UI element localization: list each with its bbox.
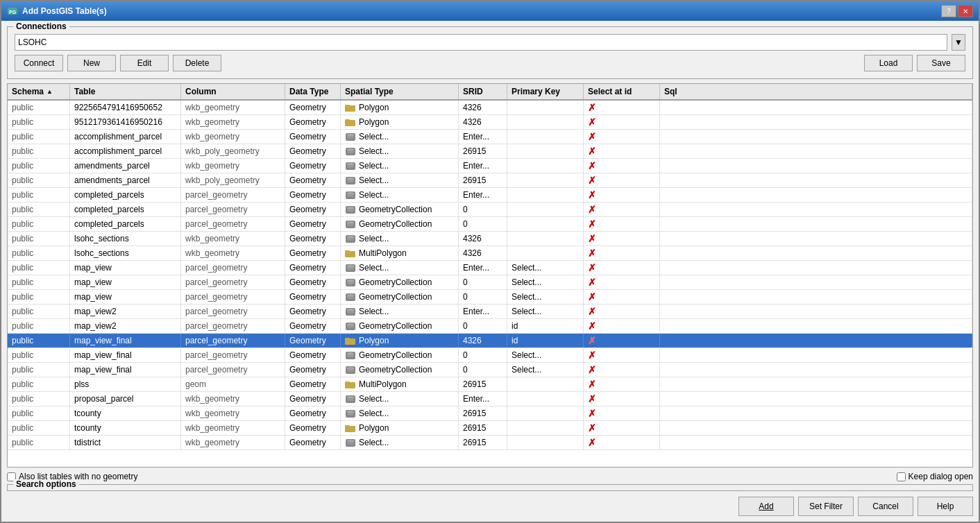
cell-spatial: GeometryCollection	[341, 217, 459, 231]
cell-table: map_view_final	[70, 363, 181, 377]
table-row[interactable]: public map_view parcel_geometry Geometry…	[8, 275, 972, 290]
header-srid[interactable]: SRID	[459, 84, 507, 99]
cell-selectid: ✗	[584, 305, 660, 318]
cell-datatype: Geometry	[285, 319, 341, 333]
table-row[interactable]: public proposal_parcel wkb_geometry Geom…	[8, 392, 972, 406]
x-mark-icon: ✗	[588, 335, 596, 346]
load-button[interactable]: Load	[864, 55, 913, 71]
add-button[interactable]: Add	[738, 497, 794, 516]
header-sql[interactable]: Sql	[660, 84, 972, 99]
delete-button[interactable]: Delete	[173, 55, 221, 71]
cell-sql	[660, 436, 972, 449]
cell-schema: public	[8, 101, 70, 114]
table-row[interactable]: public completed_parcels parcel_geometry…	[8, 188, 972, 203]
table-row[interactable]: public accomplishment_parcel wkb_poly_ge…	[8, 144, 972, 159]
new-button[interactable]: New	[67, 55, 116, 71]
header-selectid[interactable]: Select at id	[584, 84, 660, 99]
cell-spatial: Select...	[341, 436, 459, 449]
header-pk[interactable]: Primary Key	[507, 84, 584, 99]
table-row[interactable]: public map_view2 parcel_geometry Geometr…	[8, 305, 972, 319]
cell-spatial: Select...	[341, 173, 459, 187]
cell-srid: 4326	[459, 246, 507, 260]
help-button[interactable]: Help	[918, 497, 973, 516]
cell-table: map_view	[70, 290, 181, 304]
cell-selectid: ✗	[584, 130, 660, 144]
cell-srid: 4326	[459, 101, 507, 114]
table-row[interactable]: public accomplishment_parcel wkb_geometr…	[8, 130, 972, 144]
cell-table: 9225654791416950652	[70, 101, 181, 114]
table-row[interactable]: public map_view parcel_geometry Geometry…	[8, 290, 972, 305]
cell-selectid: ✗	[584, 436, 660, 449]
cell-table: tcounty	[70, 406, 181, 420]
header-column[interactable]: Column	[181, 84, 285, 99]
postgis-icon: PG	[7, 6, 18, 17]
cell-schema: public	[8, 290, 70, 304]
table-row[interactable]: public map_view parcel_geometry Geometry…	[8, 261, 972, 275]
cell-schema: public	[8, 232, 70, 246]
connection-select[interactable]: LSOHC	[15, 34, 947, 51]
set-filter-button[interactable]: Set Filter	[798, 497, 854, 516]
x-mark-icon: ✗	[588, 218, 596, 230]
cell-column: wkb_geometry	[181, 436, 285, 449]
title-bar: PG Add PostGIS Table(s) ? ✕	[1, 1, 979, 21]
cell-spatial: Select...	[341, 159, 459, 173]
cell-schema: public	[8, 246, 70, 260]
header-schema[interactable]: Schema ▲	[8, 84, 70, 99]
table-row[interactable]: public map_view_final parcel_geometry Ge…	[8, 363, 972, 377]
cell-selectid: ✗	[584, 319, 660, 333]
cell-sql	[660, 348, 972, 362]
cell-sql	[660, 217, 972, 231]
cell-table: lsohc_sections	[70, 246, 181, 260]
dropdown-arrow-icon[interactable]: ▼	[952, 34, 965, 51]
close-title-button[interactable]: ✕	[958, 5, 973, 17]
svg-point-23	[347, 209, 354, 212]
cell-srid: Enter...	[459, 188, 507, 202]
table-row[interactable]: public amendments_parcel wkb_poly_geomet…	[8, 173, 972, 188]
cell-table: completed_parcels	[70, 217, 181, 231]
svg-rect-48	[345, 338, 350, 340]
cell-schema: public	[8, 144, 70, 158]
svg-point-8	[347, 136, 354, 139]
table-row[interactable]: public completed_parcels parcel_geometry…	[8, 203, 972, 217]
cell-srid: 26915	[459, 377, 507, 391]
cell-datatype: Geometry	[285, 436, 341, 449]
cell-sql	[660, 115, 972, 129]
table-header: Schema ▲ Table Column Data Type Spatial …	[8, 84, 972, 101]
keep-dialog-open-label[interactable]: Keep dialog open	[897, 472, 973, 481]
table-row[interactable]: public lsohc_sections wkb_geometry Geome…	[8, 232, 972, 246]
cell-pk	[507, 406, 584, 420]
table-container: Schema ▲ Table Column Data Type Spatial …	[7, 83, 973, 468]
keep-dialog-checkbox[interactable]	[897, 472, 906, 481]
table-row[interactable]: public 9512179361416950216 wkb_geometry …	[8, 115, 972, 130]
connect-button[interactable]: Connect	[15, 55, 63, 71]
table-row[interactable]: public plss geom Geometry MultiPolygon 2…	[8, 377, 972, 392]
cell-spatial: MultiPolygon	[341, 246, 459, 260]
table-row[interactable]: public amendments_parcel wkb_geometry Ge…	[8, 159, 972, 173]
cell-datatype: Geometry	[285, 305, 341, 318]
save-button[interactable]: Save	[917, 55, 965, 71]
table-row[interactable]: public tdistrict wkb_geometry Geometry S…	[8, 436, 972, 450]
table-row[interactable]: public map_view_final parcel_geometry Ge…	[8, 334, 972, 348]
header-datatype[interactable]: Data Type	[285, 84, 341, 99]
edit-button[interactable]: Edit	[120, 55, 169, 71]
header-table[interactable]: Table	[70, 84, 181, 99]
table-row[interactable]: public tcounty wkb_geometry Geometry Pol…	[8, 421, 972, 436]
table-row[interactable]: public tcounty wkb_geometry Geometry Sel…	[8, 406, 972, 421]
cancel-button[interactable]: Cancel	[858, 497, 913, 516]
cell-spatial: Select...	[341, 188, 459, 202]
help-title-button[interactable]: ?	[941, 5, 956, 17]
cell-table: map_view2	[70, 319, 181, 333]
table-row[interactable]: public 9225654791416950652 wkb_geometry …	[8, 101, 972, 115]
cell-selectid: ✗	[584, 115, 660, 129]
table-row[interactable]: public lsohc_sections wkb_geometry Geome…	[8, 246, 972, 261]
cell-table: map_view_final	[70, 334, 181, 348]
cell-schema: public	[8, 319, 70, 333]
cell-column: wkb_geometry	[181, 159, 285, 173]
cell-datatype: Geometry	[285, 334, 341, 348]
cell-schema: public	[8, 348, 70, 362]
table-row[interactable]: public map_view2 parcel_geometry Geometr…	[8, 319, 972, 334]
table-row[interactable]: public completed_parcels parcel_geometry…	[8, 217, 972, 232]
svg-point-62	[347, 413, 354, 415]
header-spatial[interactable]: Spatial Type	[341, 84, 459, 99]
table-row[interactable]: public map_view_final parcel_geometry Ge…	[8, 348, 972, 363]
